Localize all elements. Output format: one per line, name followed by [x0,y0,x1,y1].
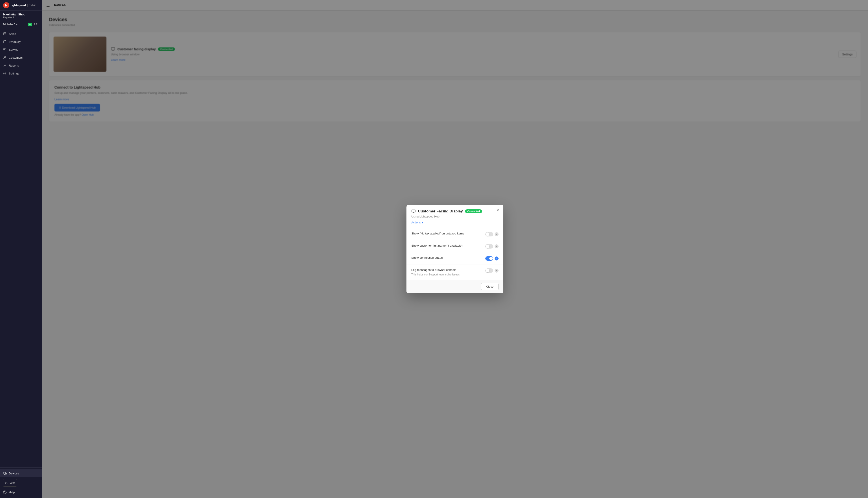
timer-display: 2:21 [34,23,39,26]
chevron-down-icon: ▾ [422,221,423,224]
dollar-icon [3,32,6,36]
modal-body: Show "No tax applied" on untaxed items ✕… [406,228,503,280]
toggle-row-customer-name: Show customer first name (if available) … [406,240,503,252]
modal-footer: Close [406,280,503,293]
modal-title-row: Customer Facing Display Connected [411,209,498,213]
devices-icon [3,472,6,475]
toggle-label-no-tax: Show "No tax applied" on untaxed items [411,232,464,236]
lock-button[interactable]: Lock [3,479,17,486]
svg-point-6 [4,56,5,57]
wrench-icon [3,48,6,51]
toggle-switch-no-tax[interactable] [485,232,493,236]
user-name: Michelle Carr [3,23,26,26]
sidebar-label-customers: Customers [9,56,23,59]
sidebar-item-reports[interactable]: Reports [0,62,42,69]
svg-rect-11 [5,483,7,484]
modal-subtitle: Using Lightspeed Hub [411,215,498,218]
person-icon [3,56,6,59]
toggle-x-customer-name[interactable]: ✕ [495,244,498,248]
toggle-control-no-tax: ✕ [485,232,498,236]
gear-icon [3,71,6,75]
svg-rect-2 [3,32,6,35]
toggle-switch-log-messages[interactable] [485,268,493,273]
logo-product: Retail [29,4,36,7]
modal-overlay: × Customer Facing Display Connected Usin… [42,0,868,498]
sidebar-item-inventory[interactable]: Inventory [0,38,42,45]
modal-connected-badge: Connected [465,209,482,213]
toggle-control-customer-name: ✕ [485,244,498,249]
logo-area: lightspeed | Retail [0,0,42,11]
sidebar-label-settings: Settings [9,72,19,75]
help-icon [3,490,6,494]
toggle-control-log-messages: ✕ [485,268,498,273]
sidebar-item-customers[interactable]: Customers [0,54,42,62]
sidebar-item-settings[interactable]: Settings [0,69,42,77]
lightspeed-logo-icon [3,2,9,8]
sidebar-item-help[interactable]: Help [0,488,42,496]
modal-header: × Customer Facing Display Connected Usin… [406,205,503,228]
actions-label: Actions [411,221,421,224]
sidebar-label-service: Service [9,48,18,51]
toggle-switch-customer-name[interactable] [485,244,493,249]
sidebar-label-reports: Reports [9,64,19,67]
toggle-row-no-tax: Show "No tax applied" on untaxed items ✕ [406,228,503,240]
store-name: Manhattan Shop [3,13,39,16]
toggle-label-connection-status: Show connection status [411,256,443,260]
sidebar-label-sales: Sales [9,32,16,36]
store-register: Register 1 [3,16,39,19]
box-icon [3,40,6,43]
svg-rect-8 [3,472,5,474]
svg-point-7 [4,73,5,74]
sidebar-bottom: Devices Lock Help [0,467,42,498]
logo-brand: lightspeed [11,3,26,7]
modal-title: Customer Facing Display [418,209,463,213]
sidebar-label-inventory: Inventory [9,40,21,43]
modal-close-button[interactable]: × [495,208,500,213]
sidebar-label-devices: Devices [9,472,19,475]
chart-icon [3,64,6,67]
toggle-row-connection-status: Show connection status ✓ [406,252,503,264]
store-info: Manhattan Shop Register 1 [0,11,42,21]
sidebar-item-service[interactable]: Service [0,45,42,54]
help-label: Help [9,491,15,494]
sidebar-item-sales[interactable]: Sales [0,30,42,38]
toggle-x-no-tax[interactable]: ✕ [495,232,498,236]
logo-divider: | [27,3,28,7]
lock-icon [5,482,8,484]
actions-dropdown[interactable]: Actions ▾ [411,221,423,224]
nav-items: Sales Inventory Service Customers [0,28,42,467]
status-badge: IN [28,23,32,26]
toggle-x-log-messages[interactable]: ✕ [495,268,498,273]
toggle-label-customer-name: Show customer first name (if available) [411,244,463,248]
toggle-row-log-messages: Log messages to browser console This hel… [406,264,503,280]
main-area: ☰ Devices Devices 0 devices connected Cu… [42,0,868,498]
toggle-label-log-messages: Log messages to browser console This hel… [411,268,460,276]
toggle-check-connection-status[interactable]: ✓ [495,257,498,261]
monitor-icon [411,209,416,213]
modal-close-btn[interactable]: Close [481,283,498,290]
customer-facing-display-modal: × Customer Facing Display Connected Usin… [406,205,503,293]
sidebar: lightspeed | Retail Manhattan Shop Regis… [0,0,42,498]
lock-label: Lock [10,481,15,484]
user-row[interactable]: Michelle Carr IN 2:21 [0,21,42,28]
toggle-switch-connection-status[interactable] [485,256,493,261]
sidebar-item-devices[interactable]: Devices [0,469,42,477]
svg-rect-15 [412,210,415,212]
toggle-control-connection-status: ✓ [485,256,498,261]
